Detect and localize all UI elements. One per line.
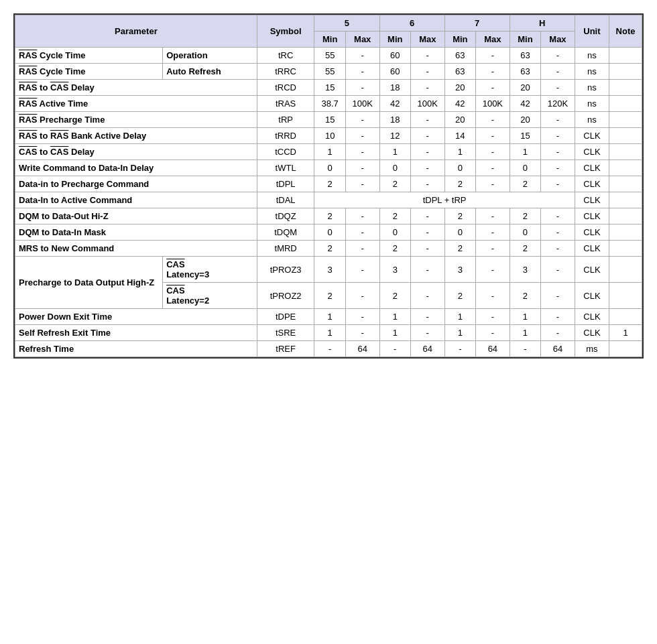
s7max: -: [476, 48, 510, 64]
sHmin: 2: [510, 208, 540, 224]
table-row: Data-In to Active Command tDAL tDPL + tR…: [15, 192, 642, 208]
s7max: 64: [476, 341, 510, 357]
s6min: 60: [379, 64, 410, 80]
note: [609, 64, 642, 80]
param-main: RAS Cycle Time: [15, 64, 163, 80]
s7min: 1: [444, 325, 475, 341]
sHmax: -: [541, 241, 575, 257]
s7max: -: [476, 80, 510, 96]
s6max: 100K: [410, 96, 444, 112]
sHmin: 20: [510, 80, 540, 96]
unit: ns: [575, 96, 609, 112]
header-s5-min: Min: [314, 31, 345, 48]
s7max: -: [476, 112, 510, 128]
param-main: DQM to Data-In Mask: [15, 224, 257, 241]
s7max: -: [476, 224, 510, 241]
sHmin: 42: [510, 96, 540, 112]
symbol: tDQZ: [257, 208, 314, 224]
table-row: DQM to Data-In Mask tDQM 0 - 0 - 0 - 0 -…: [15, 224, 642, 241]
header-s7-min: Min: [444, 31, 475, 48]
unit: ns: [575, 80, 609, 96]
s5min: 15: [314, 80, 345, 96]
s5min: -: [314, 341, 345, 357]
s7max: 100K: [476, 96, 510, 112]
header-unit: Unit: [575, 15, 609, 48]
note: [609, 48, 642, 64]
s5max: 100K: [345, 96, 379, 112]
table-row: RAS to CAS Delay tRCD 15 - 18 - 20 - 20 …: [15, 80, 642, 96]
note: [609, 96, 642, 112]
table-row: RAS Cycle Time Auto Refresh tRRC 55 - 60…: [15, 64, 642, 80]
s7max: -: [476, 257, 510, 283]
unit: CLK: [575, 309, 609, 325]
param-main: Refresh Time: [15, 341, 257, 357]
header-speedH: H: [510, 15, 575, 31]
note: [609, 192, 642, 208]
symbol: tRC: [257, 48, 314, 64]
note: [609, 208, 642, 224]
symbol: tRRD: [257, 128, 314, 144]
header-speed6: 6: [379, 15, 444, 31]
table-row: Write Command to Data-In Delay tWTL 0 - …: [15, 160, 642, 176]
s6max: -: [410, 224, 444, 241]
note: [609, 257, 642, 283]
s6min: 0: [379, 160, 410, 176]
s7min: 1: [444, 144, 475, 160]
symbol: tDAL: [257, 192, 314, 208]
table-row: RAS Cycle Time Operation tRC 55 - 60 - 6…: [15, 48, 642, 64]
unit: CLK: [575, 176, 609, 192]
sHmin: 20: [510, 112, 540, 128]
sHmax: -: [541, 48, 575, 64]
symbol: tPROZ3: [257, 257, 314, 283]
header-s7-max: Max: [476, 31, 510, 48]
s6max: -: [410, 309, 444, 325]
s6max: -: [410, 48, 444, 64]
symbol: tREF: [257, 341, 314, 357]
sHmin: 1: [510, 309, 540, 325]
s5max: -: [345, 64, 379, 80]
header-s6-max: Max: [410, 31, 444, 48]
s6min: 2: [379, 208, 410, 224]
s5min: 3: [314, 257, 345, 283]
s6min: 1: [379, 144, 410, 160]
s5max: -: [345, 257, 379, 283]
unit: ms: [575, 341, 609, 357]
note: [609, 112, 642, 128]
unit: CLK: [575, 241, 609, 257]
table-row: RAS to RAS Bank Active Delay tRRD 10 - 1…: [15, 128, 642, 144]
s7min: 20: [444, 112, 475, 128]
sHmin: 2: [510, 241, 540, 257]
sHmin: -: [510, 341, 540, 357]
unit: CLK: [575, 144, 609, 160]
s7min: 14: [444, 128, 475, 144]
s5min: 2: [314, 176, 345, 192]
header-s5-max: Max: [345, 31, 379, 48]
sHmin: 0: [510, 160, 540, 176]
sHmax: -: [541, 283, 575, 309]
param-sub: Auto Refresh: [163, 64, 257, 80]
s7min: 2: [444, 283, 475, 309]
s7min: 3: [444, 257, 475, 283]
s7min: 63: [444, 64, 475, 80]
sHmax: -: [541, 208, 575, 224]
s5min: 10: [314, 128, 345, 144]
s7min: 20: [444, 80, 475, 96]
s5min: 2: [314, 241, 345, 257]
unit: ns: [575, 48, 609, 64]
note: [609, 128, 642, 144]
sHmin: 3: [510, 257, 540, 283]
symbol: tSRE: [257, 325, 314, 341]
header-s6-min: Min: [379, 31, 410, 48]
param-main: Data-in to Precharge Command: [15, 176, 257, 192]
timing-table: Parameter Symbol 5 6 7 H Unit Note Min M…: [15, 15, 642, 357]
param-main: Power Down Exit Time: [15, 309, 257, 325]
param-main: Self Refresh Exit Time: [15, 325, 257, 341]
s7min: 0: [444, 160, 475, 176]
s7min: 0: [444, 224, 475, 241]
s6min: 12: [379, 128, 410, 144]
s5min: 2: [314, 208, 345, 224]
unit: CLK: [575, 325, 609, 341]
table-row: RAS Precharge Time tRP 15 - 18 - 20 - 20…: [15, 112, 642, 128]
s5min: 38.7: [314, 96, 345, 112]
unit: CLK: [575, 224, 609, 241]
